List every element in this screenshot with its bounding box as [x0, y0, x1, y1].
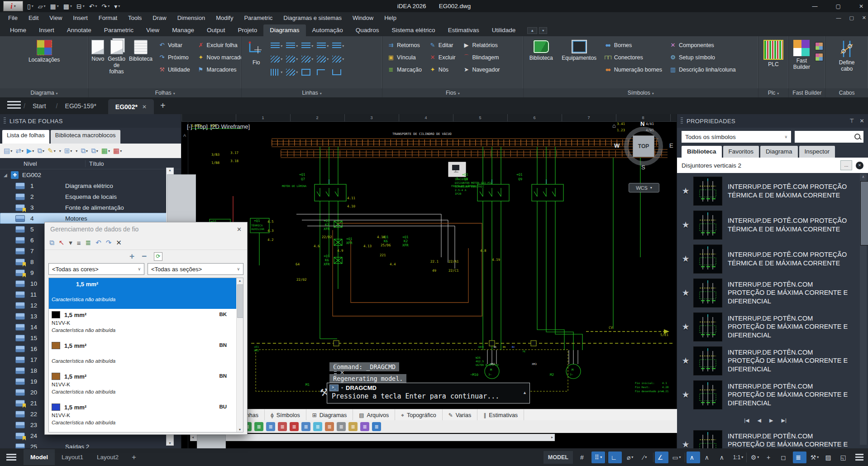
dialog-close-icon[interactable]: ✕: [237, 226, 242, 233]
line-style-button[interactable]: ▾: [301, 53, 317, 66]
line-style-button[interactable]: ▾: [317, 66, 332, 79]
panel-close-icon[interactable]: ✕: [860, 118, 864, 124]
sheet-row[interactable]: 1 Diagrama elétrico: [0, 180, 181, 191]
ribbon-button[interactable]: ●●Bornes: [601, 39, 664, 51]
annotation-scale-chip[interactable]: 1:1▾: [731, 452, 745, 463]
sheet-row[interactable]: 3 Fonte de alimentação: [0, 202, 181, 213]
symbol-scrollbar[interactable]: ∧: [860, 174, 867, 445]
home-icon[interactable]: ⌂: [612, 122, 616, 129]
maximize-button[interactable]: ▢: [836, 3, 841, 10]
symbol-item[interactable]: ★ INTERRUP.DE POTÊN.COM PROTEÇÃO DE MÁXI…: [678, 428, 853, 448]
line-style-button[interactable]: ▾: [271, 66, 286, 79]
redo-icon[interactable]: ↷▾: [102, 3, 110, 10]
column-titulo[interactable]: Título: [86, 160, 104, 167]
auto-hide-pin-icon[interactable]: ⊢: [849, 119, 855, 124]
compass-west[interactable]: W: [614, 142, 620, 149]
ribbon-button[interactable]: ✎Editar: [426, 39, 458, 51]
customization-menu-icon[interactable]: [855, 454, 863, 461]
mdi-close-icon[interactable]: ✕: [862, 15, 866, 21]
clear-filter-icon[interactable]: ✕: [856, 162, 863, 169]
new-tab-button[interactable]: +: [154, 97, 172, 114]
panel-label-simbolos[interactable]: Símbolos▾: [524, 88, 758, 97]
dialog-toolbar-icon[interactable]: ≣: [86, 239, 91, 247]
menu-item[interactable]: Dimension: [172, 13, 210, 23]
menu-item[interactable]: Insert: [67, 13, 93, 23]
tab-biblioteca-macroblocos[interactable]: Biblioteca macroblocos: [51, 130, 120, 144]
close-tab-icon[interactable]: ✕: [142, 104, 147, 110]
gestao-folhas-button[interactable]: Gestão de folhas: [107, 38, 126, 76]
tab-lista-de-folhas[interactable]: Lista de folhas: [2, 130, 49, 144]
toolbar-icon[interactable]: ≣: [301, 422, 310, 431]
ribbon-tab[interactable]: Annotate: [61, 24, 98, 36]
ribbon-tab[interactable]: Automação: [306, 24, 349, 36]
viewport-visualstyle-control[interactable]: [2D Wireframe]: [210, 123, 250, 130]
isoplane-icon[interactable]: ∕▾: [638, 452, 652, 463]
minimize-button[interactable]: —: [812, 3, 818, 10]
menu-item[interactable]: Window: [347, 13, 379, 23]
favorite-star-icon[interactable]: ★: [678, 322, 693, 332]
ribbon-button[interactable]: ✗Excluir folha: [194, 39, 242, 51]
ribbon-tab[interactable]: View: [140, 24, 166, 36]
panel-grip[interactable]: [4, 117, 6, 125]
dialog-toolbar-icon[interactable]: ↖: [59, 239, 65, 247]
menu-item[interactable]: Diagramas e sistemas: [278, 13, 347, 23]
dialog-toolbar-icon[interactable]: ✕: [116, 239, 122, 247]
ribbon-button[interactable]: ⇉Retornos: [384, 39, 424, 51]
file-menu-icon[interactable]: [7, 101, 21, 109]
line-style-button[interactable]: ▾: [271, 53, 286, 66]
sheet-toolbar-icon[interactable]: ⧉▾: [37, 147, 44, 155]
units-tools-icon[interactable]: ⚒▾: [808, 452, 821, 463]
ribbon-button[interactable]: ▥Descrição linha/coluna: [666, 64, 738, 75]
ribbon-tab[interactable]: Home: [4, 24, 33, 36]
wire-item[interactable]: 1,5 mm²GNYE: [49, 432, 237, 432]
annotation-scale-icon[interactable]: ∧▾: [716, 452, 730, 463]
sheet-toolbar-icon[interactable]: ▶▾: [27, 147, 34, 155]
toolbar-icon[interactable]: ≣: [278, 422, 287, 431]
ribbon-button[interactable]: ⚒Utilidade: [155, 64, 192, 75]
browse-button[interactable]: ...: [840, 160, 852, 170]
line-style-button[interactable]: ▾: [332, 39, 348, 53]
add-wire-button[interactable]: +: [129, 251, 134, 261]
status-icon[interactable]: ▾: [606, 452, 607, 462]
line-style-button[interactable]: ▾: [332, 66, 348, 79]
wire-item[interactable]: 1,5 mm²BK N1VV-K Característica não atri…: [49, 309, 237, 340]
mdi-restore-icon[interactable]: ▢: [849, 15, 854, 21]
open-file-icon[interactable]: ▱▾: [38, 3, 46, 10]
biblioteca-button[interactable]: Biblioteca: [128, 38, 153, 64]
file-tab[interactable]: Start: [25, 97, 58, 114]
ribbon-button[interactable]: ✦Nòs: [426, 64, 458, 75]
menu-item[interactable]: Parametric: [238, 13, 278, 23]
menu-item[interactable]: Help: [379, 13, 402, 23]
close-button[interactable]: ✕: [859, 3, 863, 10]
line-style-button[interactable]: ▾: [317, 39, 332, 53]
wire-item[interactable]: 1,5 mm²BU N1VV-K Característica não atri…: [49, 401, 237, 432]
ribbon-button[interactable]: ⚑Marcadores: [194, 64, 242, 75]
bottom-toolbar-tab[interactable]: ⌖Topográfico: [395, 409, 442, 421]
toolbar-icon[interactable]: ≣: [290, 422, 299, 431]
bottom-toolbar-tab[interactable]: ✎Varias: [443, 409, 478, 421]
ribbon-tab[interactable]: Projeto: [231, 24, 263, 36]
command-prompt-icon[interactable]: >_: [329, 384, 339, 391]
bottom-toolbar-tab[interactable]: ∥Estimativas: [477, 409, 524, 421]
symbol-search-input[interactable]: [795, 131, 863, 143]
command-window[interactable]: >_ ▾ DRAGCMD Pressione a tecla Enter par…: [327, 383, 530, 404]
ribbon-tab[interactable]: Estimativas: [442, 24, 486, 36]
sheet-row[interactable]: 2 Esquema de locais: [0, 191, 181, 202]
symbol-item[interactable]: ★ INTERRUP.DE POTÊ.COM PROTEÇÃO TÉRMICA …: [678, 174, 853, 208]
ribbon-button[interactable]: ✕Componentes: [666, 39, 738, 51]
symbol-item[interactable]: ★ INTERRUP.DE POTÊN.COM PROTEÇÃO DE MÁXI…: [678, 378, 853, 412]
pager-button[interactable]: ◀: [758, 418, 761, 423]
favorite-star-icon[interactable]: ★: [678, 254, 693, 264]
ribbon-tab[interactable]: Quadros: [349, 24, 386, 36]
color-filter-select[interactable]: <Todas as cores>∨: [48, 263, 144, 275]
ribbon-options-icon[interactable]: ▾: [539, 27, 547, 34]
layout-tab[interactable]: Model: [24, 449, 55, 465]
line-style-button[interactable]: ▾: [286, 53, 301, 66]
panel-label-diagrama[interactable]: Diagrama▾: [0, 88, 88, 97]
line-style-button[interactable]: ▾: [301, 66, 317, 79]
horizontal-scrollbar[interactable]: ◂▸: [190, 434, 555, 441]
ribbon-button[interactable]: ➤Navegador: [459, 64, 502, 75]
ribbon-button[interactable]: ⌒Blindagem: [459, 52, 502, 63]
file-tab[interactable]: EG05-159*: [58, 97, 108, 114]
dialog-toolbar-icon[interactable]: ↷: [106, 239, 112, 247]
